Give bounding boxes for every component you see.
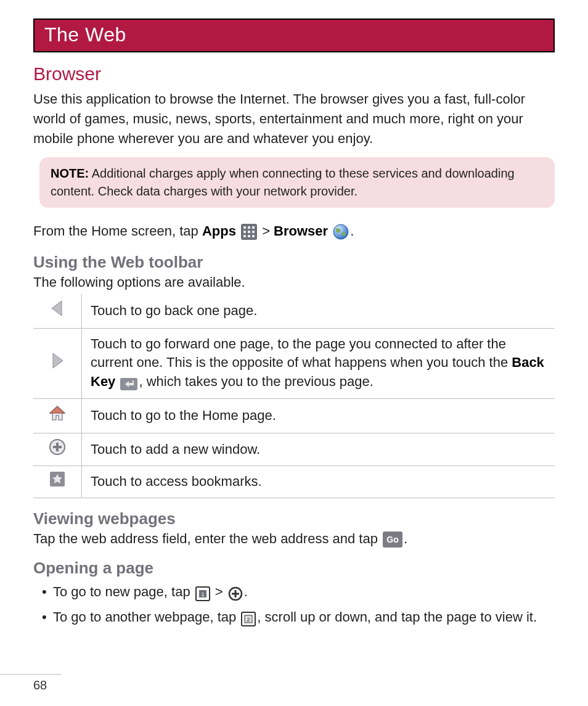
page-number: 68 xyxy=(33,674,62,692)
forward-arrow-icon xyxy=(48,351,67,376)
back-key-icon xyxy=(120,373,137,392)
section-toolbar-title: Using the Web toolbar xyxy=(33,253,555,272)
globe-icon xyxy=(333,222,349,242)
from-home-sep: > xyxy=(262,223,274,239)
svg-rect-2 xyxy=(248,226,250,229)
svg-rect-6 xyxy=(252,231,255,233)
toolbar-desc: Touch to go forward one page, to the pag… xyxy=(82,328,555,398)
browser-label: Browser xyxy=(274,223,328,239)
tab-two-icon: 2 xyxy=(241,608,256,628)
toolbar-desc: Touch to go to the Home page. xyxy=(82,398,555,433)
section-viewing-title: Viewing webpages xyxy=(33,509,555,528)
svg-text:2: 2 xyxy=(247,617,250,623)
chapter-header: The Web xyxy=(33,18,555,52)
svg-text:Go: Go xyxy=(386,535,398,544)
svg-rect-18 xyxy=(53,446,62,448)
apps-grid-icon xyxy=(241,222,257,242)
apps-label: Apps xyxy=(202,223,236,239)
toolbar-desc: Touch to go back one page. xyxy=(82,294,555,328)
bookmark-star-icon xyxy=(49,471,65,493)
svg-rect-7 xyxy=(243,235,246,237)
browser-intro: Use this application to browse the Inter… xyxy=(33,89,555,149)
section-opening-title: Opening a page xyxy=(33,559,555,578)
table-row: Touch to go forward one page, to the pag… xyxy=(33,328,555,398)
svg-rect-4 xyxy=(243,231,246,233)
list-item: To go to another webpage, tap 2 , scroll… xyxy=(42,607,555,628)
from-home-end: . xyxy=(350,223,354,239)
tab-one-icon: 1 xyxy=(195,583,210,603)
note-box: NOTE: Additional charges apply when conn… xyxy=(39,157,555,208)
add-window-icon xyxy=(49,438,66,461)
toolbar-desc: Touch to access bookmarks. xyxy=(82,466,555,498)
table-row: Touch to go back one page. xyxy=(33,294,555,328)
svg-marker-12 xyxy=(53,353,63,368)
svg-rect-28 xyxy=(232,593,239,595)
toolbar-table: Touch to go back one page. Touch to go f… xyxy=(33,294,555,498)
svg-rect-3 xyxy=(252,226,255,229)
svg-text:1: 1 xyxy=(201,591,204,597)
table-row: Touch to add a new window. xyxy=(33,433,555,466)
table-row: Touch to go to the Home page. xyxy=(33,398,555,433)
section-browser-title: Browser xyxy=(33,64,555,84)
toolbar-intro: The following options are available. xyxy=(33,274,555,290)
svg-rect-1 xyxy=(243,226,246,229)
list-item: To go to new page, tap 1 > . xyxy=(42,581,555,603)
note-label: NOTE: xyxy=(51,166,89,180)
chapter-title: The Web xyxy=(44,23,126,46)
opening-list: To go to new page, tap 1 > . To go to an… xyxy=(33,581,555,628)
svg-rect-9 xyxy=(252,235,255,237)
go-button-icon: Go xyxy=(383,532,402,548)
viewing-text: Tap the web address field, enter the web… xyxy=(33,531,555,548)
manual-page: The Web Browser Use this application to … xyxy=(0,0,588,706)
from-home-line: From the Home screen, tap Apps > Browser xyxy=(33,221,555,242)
svg-marker-15 xyxy=(50,406,65,413)
note-text: Additional charges apply when connecting… xyxy=(51,166,515,198)
plus-circle-icon xyxy=(228,583,243,603)
back-arrow-icon xyxy=(48,299,67,323)
from-home-pre: From the Home screen, tap xyxy=(33,223,202,239)
svg-marker-11 xyxy=(52,301,62,316)
svg-rect-5 xyxy=(248,231,250,233)
home-icon xyxy=(48,404,67,428)
svg-point-10 xyxy=(333,224,348,239)
toolbar-desc: Touch to add a new window. xyxy=(82,433,555,466)
svg-rect-8 xyxy=(248,235,250,237)
table-row: Touch to access bookmarks. xyxy=(33,466,555,498)
